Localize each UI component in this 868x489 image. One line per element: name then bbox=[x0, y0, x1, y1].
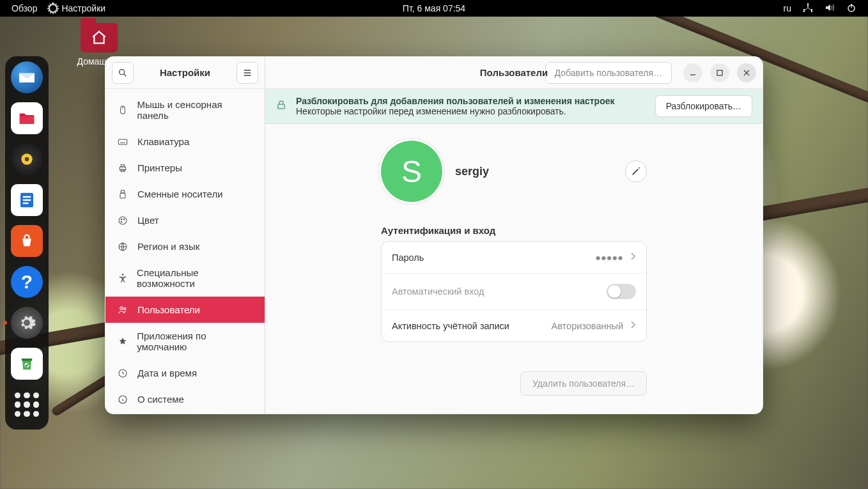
sidebar-item-palette[interactable]: Цвет bbox=[105, 207, 265, 233]
main-header: Пользователи Добавить пользователя… bbox=[265, 57, 763, 89]
content-area: S sergiy Аутентификация и вход Пароль ●●… bbox=[265, 124, 763, 414]
sidebar-item-users[interactable]: Пользователи bbox=[105, 297, 265, 323]
svg-point-26 bbox=[120, 307, 123, 309]
svg-point-23 bbox=[121, 221, 122, 222]
apps-grid-icon bbox=[15, 392, 39, 417]
svg-point-12 bbox=[120, 69, 125, 74]
svg-rect-14 bbox=[118, 139, 127, 144]
volume-icon[interactable] bbox=[825, 3, 835, 15]
star-icon data-interactable= bbox=[117, 336, 128, 346]
dock-writer[interactable] bbox=[11, 184, 43, 216]
menu-button[interactable] bbox=[236, 62, 258, 84]
sidebar-item-label: Цвет bbox=[137, 215, 159, 226]
sidebar-item-label: Специальные возможности bbox=[137, 267, 253, 289]
dock: ? bbox=[5, 56, 49, 430]
clock-icon data-interactable= bbox=[117, 368, 128, 378]
avatar[interactable]: S bbox=[381, 141, 442, 202]
row-activity-value: Авторизованный bbox=[552, 321, 623, 331]
add-user-button[interactable]: Добавить пользователя… bbox=[545, 62, 672, 84]
window-minimize-button[interactable] bbox=[683, 63, 702, 82]
unlock-button[interactable]: Разблокировать… bbox=[655, 95, 752, 117]
sidebar-item-usb[interactable]: Сменные носители bbox=[105, 181, 265, 207]
svg-rect-9 bbox=[23, 203, 29, 205]
svg-point-5 bbox=[25, 157, 29, 162]
keyboard-icon data-interactable= bbox=[117, 137, 128, 147]
svg-point-21 bbox=[121, 219, 122, 220]
maximize-icon bbox=[716, 69, 724, 77]
users-icon data-interactable= bbox=[117, 305, 128, 315]
sidebar-item-star[interactable]: Приложения по умолчанию bbox=[105, 323, 265, 360]
window-maximize-button[interactable] bbox=[710, 63, 729, 82]
auth-list: Пароль ●●●●● Автоматический вход Активно… bbox=[381, 241, 647, 342]
row-password-value: ●●●●● bbox=[595, 252, 623, 263]
sidebar-item-a11y[interactable]: Специальные возможности bbox=[105, 260, 265, 297]
palette-icon data-interactable= bbox=[117, 215, 128, 226]
svg-rect-16 bbox=[121, 164, 124, 166]
sidebar-item-printer[interactable]: Принтеры bbox=[105, 155, 265, 181]
svg-rect-2 bbox=[811, 9, 812, 12]
sidebar-list: Мышь и сенсорная панельКлавиатураПринтер… bbox=[105, 89, 265, 414]
banner-heading: Разблокировать для добавления пользовате… bbox=[296, 96, 646, 106]
search-button[interactable] bbox=[112, 62, 134, 84]
row-password-label: Пароль bbox=[392, 252, 424, 263]
sidebar-item-label: Пользователи bbox=[137, 304, 200, 315]
minimize-icon bbox=[689, 69, 697, 77]
user-name: sergiy bbox=[455, 165, 489, 178]
app-menu-label: Настройки bbox=[61, 3, 105, 13]
row-autologin-label: Автоматический вход bbox=[392, 286, 484, 297]
sidebar-item-label: Клавиатура bbox=[137, 136, 189, 147]
edit-user-button[interactable] bbox=[625, 160, 647, 182]
svg-point-20 bbox=[119, 217, 127, 224]
sidebar-item-mouse[interactable]: Мышь и сенсорная панель bbox=[105, 91, 265, 128]
usb-icon data-interactable= bbox=[117, 189, 128, 199]
globe-icon data-interactable= bbox=[117, 242, 128, 252]
printer-icon data-interactable= bbox=[117, 163, 128, 173]
info-icon data-interactable= bbox=[117, 394, 128, 405]
sidebar-item-label: О системе bbox=[137, 394, 184, 405]
app-menu[interactable]: Настройки bbox=[49, 3, 105, 13]
running-indicator bbox=[3, 321, 7, 325]
svg-rect-10 bbox=[22, 359, 32, 361]
delete-user-button[interactable]: Удалить пользователя… bbox=[520, 371, 647, 396]
sidebar-item-keyboard[interactable]: Клавиатура bbox=[105, 128, 265, 155]
settings-window: Настройки Мышь и сенсорная панельКлавиат… bbox=[105, 56, 763, 414]
svg-rect-15 bbox=[120, 167, 125, 170]
gear-icon bbox=[49, 4, 58, 13]
row-password[interactable]: Пароль ●●●●● bbox=[382, 242, 646, 274]
dock-help[interactable]: ? bbox=[11, 266, 43, 298]
svg-point-27 bbox=[124, 307, 126, 309]
clock[interactable]: Пт, 6 мая 07:54 bbox=[403, 3, 465, 13]
row-autologin: Автоматический вход bbox=[382, 274, 646, 310]
mouse-icon data-interactable= bbox=[117, 105, 128, 115]
sidebar-title: Настройки bbox=[140, 67, 230, 78]
dock-thunderbird[interactable] bbox=[11, 61, 43, 93]
activities-button[interactable]: Обзор bbox=[12, 3, 37, 13]
dock-settings[interactable] bbox=[11, 307, 43, 339]
auth-section-label: Аутентификация и вход bbox=[381, 225, 647, 236]
row-activity[interactable]: Активность учётной записи Авторизованный bbox=[382, 310, 646, 341]
settings-main: Пользователи Добавить пользователя… Разб… bbox=[265, 57, 763, 414]
settings-sidebar: Настройки Мышь и сенсорная панельКлавиат… bbox=[105, 57, 265, 414]
sidebar-item-clock[interactable]: Дата и время bbox=[105, 360, 265, 386]
power-icon[interactable] bbox=[846, 3, 856, 15]
unlock-banner: Разблокировать для добавления пользовате… bbox=[265, 89, 763, 124]
sidebar-item-globe[interactable]: Регион и язык bbox=[105, 233, 265, 260]
window-close-button[interactable] bbox=[737, 63, 756, 82]
sidebar-item-label: Дата и время bbox=[137, 368, 197, 378]
chevron-right-icon bbox=[630, 320, 636, 331]
network-icon[interactable] bbox=[803, 3, 813, 15]
dock-trash[interactable] bbox=[11, 348, 43, 380]
dock-rhythmbox[interactable] bbox=[11, 143, 43, 175]
sidebar-item-label: Регион и язык bbox=[137, 241, 199, 252]
keyboard-layout-indicator[interactable]: ru bbox=[784, 3, 791, 13]
dock-software[interactable] bbox=[11, 225, 43, 257]
dock-files[interactable] bbox=[11, 102, 43, 134]
svg-rect-8 bbox=[23, 199, 31, 201]
a11y-icon data-interactable= bbox=[117, 273, 128, 283]
autologin-switch[interactable] bbox=[607, 284, 636, 299]
dock-show-applications[interactable] bbox=[11, 389, 43, 421]
sidebar-item-info[interactable]: О системе bbox=[105, 386, 265, 412]
page-title: Пользователи bbox=[480, 67, 548, 78]
row-activity-label: Активность учётной записи bbox=[392, 321, 509, 331]
svg-point-22 bbox=[123, 219, 125, 220]
